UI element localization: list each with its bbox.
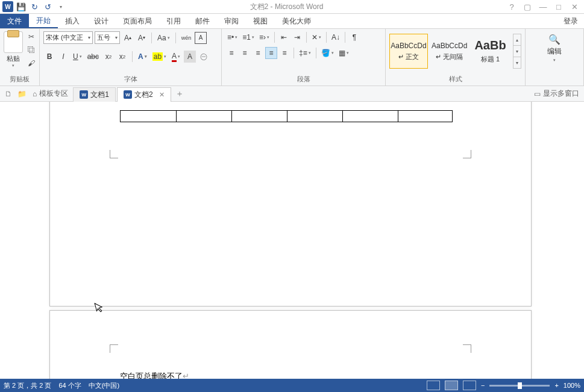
find-button[interactable]: 🔍 编辑 ▾ [542, 31, 567, 63]
style-name: ↵ 无间隔 [436, 52, 463, 61]
format-painter-icon[interactable]: 🖌 [25, 58, 37, 69]
cut-icon[interactable]: ✂ [25, 31, 37, 42]
enclose-char-icon[interactable]: ㊀ [198, 51, 210, 63]
zoom-level[interactable]: 100% [564, 382, 580, 389]
bold-icon[interactable]: B [43, 51, 55, 63]
style-name: ↵ 正文 [398, 52, 419, 61]
help-icon[interactable]: ? [507, 2, 516, 11]
page-2[interactable]: 空白页总删除不了↵ [49, 310, 532, 379]
numbering-icon[interactable]: ≡1 [240, 31, 256, 43]
highlight-icon[interactable]: ab [151, 51, 168, 63]
ribbon: 粘贴 ▾ ✂ ⿻ 🖌 剪贴板 宋体 (中文正▾ 五号▾ A▴ A▾ Aa wén [0, 29, 584, 86]
zoom-out-icon[interactable]: − [481, 382, 485, 389]
login-link[interactable]: 登录 [557, 14, 584, 28]
zoom-slider-thumb[interactable] [518, 382, 522, 389]
superscript-icon[interactable]: x2 [116, 51, 128, 63]
tab-layout[interactable]: 页面布局 [116, 14, 159, 28]
tab-design[interactable]: 设计 [87, 14, 116, 28]
style-scroll-down-icon[interactable]: ▾ [513, 46, 521, 57]
find-icon: 🔍 [548, 34, 560, 45]
tab-insert[interactable]: 插入 [58, 14, 87, 28]
strikethrough-icon[interactable]: abc [86, 51, 101, 63]
align-right-icon[interactable]: ≡ [252, 47, 264, 59]
decrease-indent-icon[interactable]: ⇤ [278, 31, 290, 43]
minimize-icon[interactable]: — [538, 2, 548, 11]
view-read-icon[interactable] [427, 381, 440, 390]
multilevel-list-icon[interactable]: ≡› [257, 31, 271, 43]
doc-tab-1[interactable]: W 文档1 [73, 87, 116, 102]
zoom-slider[interactable] [489, 385, 550, 387]
group-styles: AaBbCcDd ↵ 正文 AaBbCcDd ↵ 无间隔 AaBb 标题 1 ▴… [386, 29, 526, 86]
font-name-combo[interactable]: 宋体 (中文正▾ [43, 31, 93, 44]
table-fragment[interactable] [120, 110, 453, 122]
zoom-in-icon[interactable]: + [554, 382, 558, 389]
status-language[interactable]: 中文(中国) [89, 381, 119, 390]
italic-icon[interactable]: I [57, 51, 69, 63]
view-print-icon[interactable] [445, 381, 458, 390]
style-preview: AaBbCcDd [432, 42, 467, 50]
align-justify-icon[interactable]: ≡ [265, 47, 277, 59]
qat-customize-icon[interactable]: ▾ [55, 1, 66, 12]
subscript-icon[interactable]: x2 [102, 51, 115, 63]
copy-icon[interactable]: ⿻ [25, 45, 37, 55]
maximize-icon[interactable]: □ [554, 2, 564, 11]
open-folder-icon[interactable]: 📁 [16, 88, 28, 100]
doc-tab-2[interactable]: W 文档2 ✕ [117, 87, 171, 102]
redo-icon[interactable]: ↻ [29, 1, 40, 12]
status-word-count[interactable]: 64 个字 [58, 381, 81, 390]
style-nospacing[interactable]: AaBbCcDd ↵ 无间隔 [430, 34, 469, 69]
close-icon[interactable]: ✕ [570, 2, 579, 11]
group-styles-label: 样式 [386, 73, 525, 86]
style-heading1[interactable]: AaBb 标题 1 [471, 34, 510, 69]
tab-beautify[interactable]: 美化大师 [275, 14, 318, 28]
ribbon-collapse-icon[interactable]: ▢ [523, 2, 532, 11]
save-icon[interactable]: 💾 [16, 1, 27, 12]
add-tab-button[interactable]: ＋ [172, 87, 187, 101]
style-scroll-up-icon[interactable]: ▴ [513, 34, 521, 46]
font-size-combo[interactable]: 五号▾ [95, 31, 120, 44]
style-normal[interactable]: AaBbCcDd ↵ 正文 [389, 34, 428, 69]
align-distribute-icon[interactable]: ≡ [278, 47, 290, 59]
tab-close-icon[interactable]: ✕ [159, 91, 165, 99]
tab-file[interactable]: 文件 [0, 14, 29, 28]
window-controls: ? ▢ — □ ✕ [507, 2, 584, 11]
bullets-icon[interactable]: ≡• [225, 31, 239, 43]
tab-review[interactable]: 审阅 [217, 14, 246, 28]
char-shading-icon[interactable]: A [184, 51, 196, 63]
phonetic-guide-icon[interactable]: wén [180, 32, 193, 44]
document-text[interactable]: 空白页总删除不了↵ [120, 371, 189, 379]
window-title: 文档2 - Microsoft Word [66, 2, 507, 12]
document-area[interactable]: 空白页总删除不了↵ [0, 102, 584, 379]
underline-icon[interactable]: U [71, 51, 84, 63]
undo-icon[interactable]: ↺ [42, 1, 53, 12]
character-border-icon[interactable]: A [195, 32, 207, 44]
paste-button[interactable]: 粘贴 ▾ [4, 31, 23, 68]
line-spacing-icon[interactable]: ‡≡ [297, 47, 313, 59]
sort-icon[interactable]: A↓ [330, 31, 342, 43]
template-area-button[interactable]: ⌂ 模板专区 [29, 89, 72, 99]
view-web-icon[interactable] [463, 381, 476, 390]
multi-window-icon: ▭ [534, 90, 541, 98]
show-marks-icon[interactable]: ¶ [348, 31, 360, 43]
tab-view[interactable]: 视图 [246, 14, 275, 28]
shading-icon[interactable]: 🪣 [319, 47, 336, 59]
text-effects-icon[interactable]: A [136, 51, 149, 63]
shrink-font-icon[interactable]: A▾ [136, 32, 148, 44]
new-doc-icon[interactable]: 🗋 [2, 88, 14, 100]
borders-icon[interactable]: ▦ [337, 47, 351, 59]
align-center-icon[interactable]: ≡ [239, 47, 251, 59]
style-expand-icon[interactable]: ▾ [513, 57, 521, 68]
tab-home[interactable]: 开始 [29, 14, 58, 28]
tab-references[interactable]: 引用 [159, 14, 188, 28]
show-multi-window[interactable]: ▭ 显示多窗口 [534, 89, 582, 99]
change-case-icon[interactable]: Aa [155, 32, 172, 44]
tab-mailings[interactable]: 邮件 [188, 14, 217, 28]
page-1[interactable] [49, 102, 532, 306]
grow-font-icon[interactable]: A▴ [122, 32, 134, 44]
font-color-icon[interactable]: A [170, 51, 182, 63]
asian-layout-icon[interactable]: ✕ [310, 31, 323, 43]
style-gallery-scroll[interactable]: ▴ ▾ ▾ [513, 34, 521, 69]
increase-indent-icon[interactable]: ⇥ [291, 31, 303, 43]
status-page[interactable]: 第 2 页，共 2 页 [4, 381, 51, 390]
align-left-icon[interactable]: ≡ [225, 47, 237, 59]
